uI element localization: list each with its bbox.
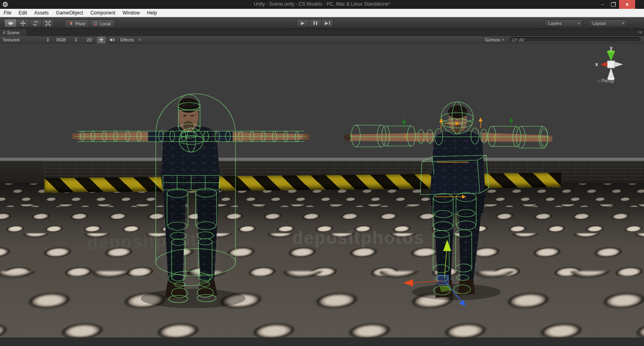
y-axis-label: y [610,45,613,51]
render-mode-label: Textured [2,37,19,42]
scene-models-layer [0,43,644,338]
layout-dropdown[interactable]: Layout ▾ [588,19,627,27]
pause-icon [314,21,317,25]
2d-toggle-button[interactable]: 2D [85,36,94,44]
tab-options-menu[interactable]: ▾ ≡ [638,30,642,35]
hand-tool-button[interactable] [4,19,17,27]
maximize-icon [611,2,615,7]
menu-item-help[interactable]: Help [143,10,161,16]
rotate-tool-button[interactable] [29,19,41,27]
x-axis-cone[interactable] [601,62,608,67]
chevron-down-icon: ▾ [502,38,504,42]
chevron-down-icon: ▾ [638,31,640,34]
menu-item-edit[interactable]: Edit [15,10,31,16]
persp-label: Persp [601,78,614,84]
menu-item-file[interactable]: File [0,10,15,16]
model-shadow [412,284,501,300]
x-axis-arrowhead[interactable] [403,279,413,286]
menu-item-gameobject[interactable]: GameObject [52,10,87,16]
move-tool-button[interactable] [17,19,29,27]
chevron-down-icon: ▾ [516,38,518,41]
playback-controls: ▶ ▶ [296,19,334,27]
y-axis-cone[interactable] [607,51,615,61]
speaker-icon [109,37,115,42]
scene-view-controls: Textured RGB 2D Effects [0,36,644,43]
title-bar: Unity - Scene.unity - CS Models - PC, Ma… [0,0,644,9]
local-icon [93,21,98,26]
chevron-down-icon: ▾ [139,38,141,42]
layout-label: Layout [589,21,622,26]
render-channel-dropdown[interactable]: RGB [56,36,79,43]
neg-x-axis-cone[interactable] [614,62,623,67]
gizmo-cube[interactable] [607,61,615,68]
step-bar-icon [329,21,330,25]
pivot-label: Pivot [75,21,85,26]
menu-bar: File Edit Assets GameObject Component Wi… [0,9,644,17]
updown-arrows-icon [75,38,77,42]
channel-label: RGB [56,37,66,42]
scene-search-field[interactable]: ▾ [510,37,641,42]
panel-tab-bar: # Scene ▾ ≡ [0,29,644,36]
minimize-button[interactable]: – [597,0,608,9]
grid-icon: # [3,30,5,35]
menu-item-window[interactable]: Window [119,10,143,16]
unity-editor-window: Unity - Scene.unity - CS Models - PC, Ma… [0,0,644,346]
menu-item-assets[interactable]: Assets [31,10,52,16]
gizmos-dropdown[interactable]: Gizmos ▾ [485,37,504,42]
render-mode-dropdown[interactable]: Textured [0,36,51,43]
z-axis-arrowhead[interactable] [459,300,465,306]
chevron-down-icon: ▾ [578,21,582,25]
effects-label: Effects [120,37,134,42]
menu-item-component[interactable]: Component [87,10,119,16]
separator [81,36,82,43]
main-toolbar: Pivot Local ▶ ▶ Layers ▾ Layout ▾ [0,17,644,29]
move-icon [20,21,26,26]
updown-arrows-icon [47,38,49,42]
close-button[interactable]: × [619,0,635,9]
pause-button[interactable] [309,19,321,27]
x-axis-label: x [595,62,598,67]
pivot-local-group: Pivot Local [64,19,115,28]
step-icon: ▶ [325,21,328,26]
search-input[interactable] [519,37,638,42]
pivot-icon [69,21,73,26]
scale-icon [45,21,51,26]
effects-dropdown[interactable]: Effects ▾ [120,36,140,43]
scene-tab-label: Scene [7,30,19,35]
local-label: Local [100,21,110,26]
transform-tools [4,19,54,27]
separator [136,37,137,42]
projection-mode[interactable]: ◁ Persp [597,78,614,84]
local-toggle-button[interactable]: Local [89,19,115,28]
layers-label: Layers [545,21,578,26]
neg-y-axis-cone[interactable] [607,68,615,79]
bottom-panel [0,338,644,346]
tab-scene[interactable]: # Scene [0,29,27,36]
gizmos-label: Gizmos [485,37,500,42]
scene-viewport[interactable]: depositphotos depositphotos [0,43,644,338]
separator [53,36,54,43]
rotate-icon [33,21,38,26]
scale-tool-button[interactable] [41,19,54,27]
play-button[interactable]: ▶ [296,19,309,27]
audio-toggle-button[interactable] [107,36,117,44]
center-handle[interactable] [438,275,448,285]
layers-dropdown[interactable]: Layers ▾ [544,19,583,27]
pivot-toggle-button[interactable]: Pivot [64,19,89,28]
search-icon [512,38,516,41]
persp-arrow-icon: ◁ [597,78,600,84]
chevron-down-icon: ▾ [622,21,627,25]
eye-icon [7,21,14,26]
step-button[interactable]: ▶ [321,19,334,27]
maximize-button[interactable] [608,0,618,9]
hamburger-icon: ≡ [640,30,642,35]
lighting-toggle-button[interactable] [97,36,106,44]
sun-icon [99,37,104,42]
window-title: Unity - Scene.unity - CS Models - PC, Ma… [0,1,644,7]
model-shadow [141,289,246,308]
